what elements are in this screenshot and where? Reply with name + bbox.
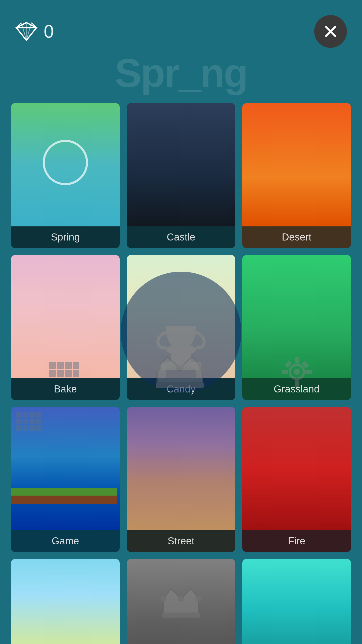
svg-point-15	[196, 596, 202, 602]
castle-preview	[127, 103, 235, 226]
theme-card-sea[interactable]: Sea	[242, 559, 351, 644]
spring-preview	[11, 103, 120, 226]
beach-preview	[11, 559, 120, 644]
crown-icon	[158, 584, 204, 619]
theme-card-castle[interactable]: Castle	[127, 103, 235, 248]
theme-card-game[interactable]: Game	[11, 407, 120, 552]
theme-card-candy[interactable]: Candy	[127, 255, 235, 400]
theme-card-construction[interactable]: Construction	[127, 559, 235, 644]
svg-point-14	[178, 596, 184, 602]
street-label: Street	[127, 530, 235, 552]
theme-card-fire[interactable]: Fire	[242, 407, 351, 552]
theme-card-spring[interactable]: Spring	[11, 103, 120, 248]
theme-card-beach[interactable]: Beach	[11, 559, 120, 644]
spring-label: Spring	[11, 226, 120, 248]
bake-label: Bake	[11, 378, 120, 400]
candy-label: Candy	[127, 378, 235, 400]
header: 0	[0, 0, 362, 53]
theme-card-bake[interactable]: Bake	[11, 255, 120, 400]
fire-label: Fire	[242, 530, 351, 552]
game-preview	[11, 407, 120, 530]
close-button[interactable]	[314, 15, 347, 48]
game-label: Game	[11, 530, 120, 552]
page-title: Spr_ng	[0, 53, 362, 93]
construction-preview	[127, 559, 235, 644]
score-display: 0	[44, 21, 54, 42]
svg-point-13	[160, 596, 166, 602]
desert-label: Desert	[242, 226, 351, 248]
theme-grid: Spring Castle Desert Bake Candy Grasslan…	[0, 98, 362, 644]
theme-card-street[interactable]: Street	[127, 407, 235, 552]
desert-preview	[242, 103, 351, 226]
theme-card-grassland[interactable]: Grassland	[242, 255, 351, 400]
bake-preview	[11, 255, 120, 378]
sea-preview	[242, 559, 351, 644]
theme-card-desert[interactable]: Desert	[242, 103, 351, 248]
fire-preview	[242, 407, 351, 530]
grassland-label: Grassland	[242, 378, 351, 400]
street-preview	[127, 407, 235, 530]
gem-score-container: 0	[15, 21, 54, 42]
title-section: Spr_ng	[0, 53, 362, 93]
grassland-preview	[242, 255, 351, 378]
candy-preview	[127, 255, 235, 378]
spring-circle-icon	[43, 140, 88, 185]
gem-icon	[15, 21, 38, 42]
svg-rect-16	[162, 613, 200, 618]
castle-label: Castle	[127, 226, 235, 248]
close-icon	[323, 24, 338, 39]
